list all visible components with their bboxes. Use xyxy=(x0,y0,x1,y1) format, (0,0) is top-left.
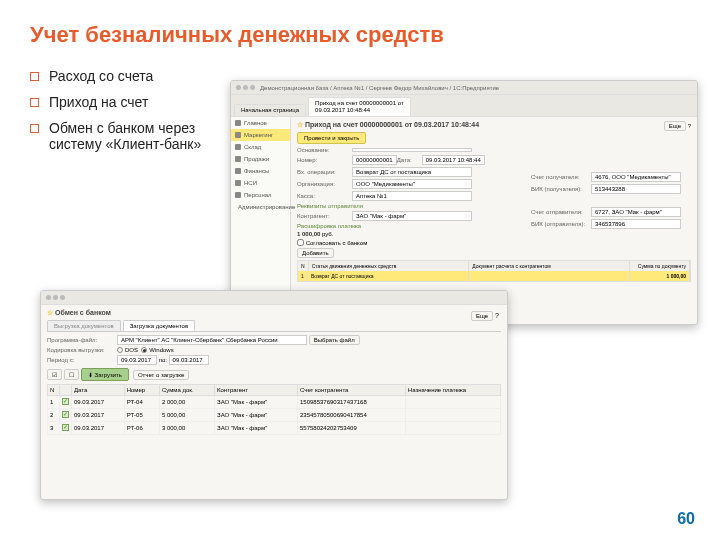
cell-contragent: ЗАО "Мак - фарм" xyxy=(215,396,298,409)
send-bik-input[interactable]: 346537896 xyxy=(591,219,681,229)
sidebar-item-admin[interactable]: Администрирование xyxy=(231,201,290,213)
check-icon[interactable] xyxy=(62,411,69,418)
check-icon[interactable] xyxy=(62,398,69,405)
tab-home[interactable]: Начальная страница xyxy=(234,104,306,116)
col-sum: Сумма док. xyxy=(159,385,214,396)
sidebar-item-sales[interactable]: Продажи xyxy=(231,153,290,165)
titlebar: Демонстрационная база / Аптека №1 / Серг… xyxy=(231,81,697,95)
radio-windows[interactable] xyxy=(141,347,147,353)
period-to-label: по: xyxy=(159,357,167,363)
recv-acc-input[interactable]: 4676, ООО "Медикаменты" xyxy=(591,172,681,182)
tab-export[interactable]: Выгрузка документов xyxy=(47,320,121,331)
sum-total: 1 000,00 xyxy=(297,231,320,237)
check-all-button[interactable]: ☑ xyxy=(47,369,62,380)
cell-n: 1 xyxy=(48,396,60,409)
col-check xyxy=(60,385,72,396)
send-bik-label: БИК (отправителя): xyxy=(531,221,591,227)
send-acc-input[interactable]: 6727, ЗАО "Мак - фарм" xyxy=(591,207,681,217)
personnel-icon xyxy=(235,192,241,198)
date-input[interactable]: 09.03.2017 10:48:44 xyxy=(422,155,485,165)
period-to-input[interactable]: 09.03.2017 xyxy=(169,355,209,365)
close-icon[interactable] xyxy=(236,85,241,90)
sidebar-item-finance[interactable]: Финансы xyxy=(231,165,290,177)
bullet-icon xyxy=(30,124,39,133)
window-income: Демонстрационная база / Аптека №1 / Серг… xyxy=(230,80,698,325)
more-button[interactable]: Еще xyxy=(664,121,686,131)
cell-check[interactable] xyxy=(60,422,72,435)
uncheck-all-button[interactable]: ☐ xyxy=(64,369,79,380)
more-button[interactable]: Еще xyxy=(471,311,493,321)
period-label: Период с: xyxy=(47,357,117,363)
page-number: 60 xyxy=(677,510,695,528)
cell-check[interactable] xyxy=(60,396,72,409)
table-row[interactable]: 209.03.2017РТ-055 000,00ЗАО "Мак - фарм"… xyxy=(48,409,501,422)
table-row[interactable]: 309.03.2017РТ-063 000,00ЗАО "Мак - фарм"… xyxy=(48,422,501,435)
col-purpose: Назначение платежа xyxy=(405,385,500,396)
cell-purpose xyxy=(405,422,500,435)
bullet-text: Приход на счет xyxy=(49,94,148,110)
load-button[interactable]: ⬇ Загрузить xyxy=(81,368,129,381)
program-label: Программа-файл: xyxy=(47,337,117,343)
org-label: Организация: xyxy=(297,181,352,187)
bank-agree-checkbox[interactable] xyxy=(297,239,304,246)
sidebar-item-main[interactable]: Главное xyxy=(231,117,290,129)
sidebar-item-warehouse[interactable]: Склад xyxy=(231,141,290,153)
slide-title: Учет безналичных денежных средств xyxy=(0,0,720,48)
sidebar-item-personnel[interactable]: Персонал xyxy=(231,189,290,201)
cash-input[interactable]: Аптека №1 xyxy=(352,191,472,201)
send-acc-label: Счет отправителя: xyxy=(531,209,591,215)
max-icon[interactable] xyxy=(250,85,255,90)
date-label: Дата: xyxy=(397,157,422,163)
col-contragent: Контрагент xyxy=(215,385,298,396)
max-icon[interactable] xyxy=(60,295,65,300)
help-icon[interactable]: ? xyxy=(688,123,691,129)
check-icon[interactable] xyxy=(62,424,69,431)
min-icon[interactable] xyxy=(53,295,58,300)
period-from-input[interactable]: 09.03.2017 xyxy=(117,355,157,365)
close-icon[interactable] xyxy=(46,295,51,300)
recv-bik-input[interactable]: 513443288 xyxy=(591,184,681,194)
tabs: Начальная страница Приход на счет 000000… xyxy=(231,95,697,117)
recv-bik-label: БИК (получателя): xyxy=(531,186,591,192)
table-row[interactable]: 109.03.2017РТ-042 000,00ЗАО "Мак - фарм"… xyxy=(48,396,501,409)
report-button[interactable]: Отчет о загрузке xyxy=(133,370,189,380)
tabs: Выгрузка документов Загрузка документов xyxy=(47,320,501,332)
help-icon[interactable]: ? xyxy=(495,312,499,319)
operation-input[interactable]: Возврат ДС от поставщика xyxy=(352,167,472,177)
cell-num: РТ-05 xyxy=(124,409,159,422)
bank-agree-label: Согласовать с банком xyxy=(306,240,368,246)
tab-document[interactable]: Приход на счет 00000000001 от09.03.2017 … xyxy=(308,97,411,116)
cell-doc xyxy=(469,271,630,281)
add-button[interactable]: Добавить xyxy=(297,248,334,258)
bank-table: N Дата Номер Сумма док. Контрагент Счет … xyxy=(47,384,501,435)
contragent-label: Контрагент: xyxy=(297,213,352,219)
program-input[interactable]: АРМ "Клиент" АС "Клиент-Сбербанк" Сберба… xyxy=(117,335,307,345)
number-input[interactable]: 00000000001 xyxy=(352,155,397,165)
cell-check[interactable] xyxy=(60,409,72,422)
org-input[interactable]: ООО "Медикаменты" xyxy=(352,179,472,189)
star-icon[interactable]: ☆ xyxy=(47,309,53,316)
contragent-input[interactable]: ЗАО "Мак - фарм" xyxy=(352,211,472,221)
sidebar-item-nsi[interactable]: НСИ xyxy=(231,177,290,189)
radio-dos-label: DOS xyxy=(125,347,138,353)
cell-contragent: ЗАО "Мак - фарм" xyxy=(215,422,298,435)
col-date: Дата xyxy=(72,385,125,396)
col-num: Номер xyxy=(124,385,159,396)
sidebar-item-marketing[interactable]: Маркетинг xyxy=(231,129,290,141)
post-close-button[interactable]: Провести и закрыть xyxy=(297,132,366,144)
titlebar-text: Демонстрационная база / Аптека №1 / Серг… xyxy=(260,85,692,91)
recv-acc-label: Счет получателя: xyxy=(531,174,591,180)
col-doc: Документ расчета с контрагентом xyxy=(469,261,630,271)
radio-dos[interactable] xyxy=(117,347,123,353)
doc-title: ☆ Обмен с банком xyxy=(47,309,501,317)
cell-contragent: ЗАО "Мак - фарм" xyxy=(215,409,298,422)
min-icon[interactable] xyxy=(243,85,248,90)
star-icon[interactable]: ☆ xyxy=(297,121,303,128)
cell-sum: 2 000,00 xyxy=(159,396,214,409)
payment-grid: N Статья движения денежных средств Докум… xyxy=(297,260,691,282)
doc-title: ☆ Приход на счет 00000000001 от 09.03.20… xyxy=(297,121,691,129)
reason-input[interactable] xyxy=(352,148,472,152)
tab-import[interactable]: Загрузка документов xyxy=(123,320,195,331)
choose-file-button[interactable]: Выбрать файл xyxy=(309,335,360,345)
grid-row[interactable]: 1 Возврат ДС от поставщика 1 000,00 xyxy=(298,271,690,281)
